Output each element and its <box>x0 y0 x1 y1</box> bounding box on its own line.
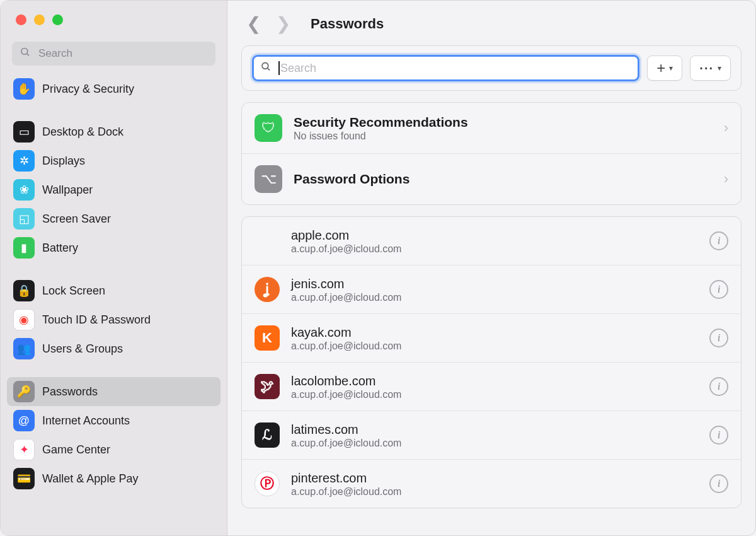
password-entry[interactable]: Kkayak.coma.cup.of.joe@icloud.comi <box>242 313 741 362</box>
sidebar-item-label: Screen Saver <box>42 213 111 226</box>
sidebar-item-label: Touch ID & Password <box>42 313 151 327</box>
sidebar-nav: ✋Privacy & Security▭Desktop & Dock✲Displ… <box>1 74 227 535</box>
sidebar-item-screen-saver[interactable]: ◱Screen Saver <box>7 204 220 233</box>
search-icon <box>20 47 31 61</box>
settings-row-subtitle: No issues found <box>294 131 713 142</box>
sidebar-item-label: Battery <box>42 242 78 255</box>
password-entry[interactable]: apple.coma.cup.of.joe@icloud.comi <box>242 217 741 265</box>
sidebar-item-wallet-apple-pay[interactable]: 💳Wallet & Apple Pay <box>7 464 220 493</box>
info-button[interactable]: i <box>709 426 728 445</box>
info-button[interactable]: i <box>709 377 728 396</box>
sidebar-item-privacy-security[interactable]: ✋Privacy & Security <box>7 74 220 103</box>
settings-card: 🛡Security RecommendationsNo issues found… <box>241 102 742 205</box>
hand-icon: ✋ <box>13 78 35 100</box>
toolbar: ❮ ❯ Passwords <box>227 1 755 42</box>
svg-line-3 <box>267 68 270 71</box>
entry-site: pinterest.com <box>291 470 698 486</box>
add-password-button[interactable]: + ▾ <box>647 55 682 81</box>
entry-username: a.cup.of.joe@icloud.com <box>291 389 698 400</box>
text-caret <box>278 61 280 75</box>
more-options-button[interactable]: ··· ▾ <box>690 55 731 81</box>
passwords-search-input[interactable] <box>252 55 639 81</box>
sidebar-item-wallpaper[interactable]: ❀Wallpaper <box>7 175 220 204</box>
password-entry[interactable]: Ⓟpinterest.coma.cup.of.joe@icloud.comi <box>242 459 741 508</box>
minimize-window-button[interactable] <box>34 15 45 25</box>
password-list: apple.coma.cup.of.joe@icloud.comiʝjenis.… <box>241 216 742 508</box>
password-entry[interactable]: 🕊lacolombe.coma.cup.of.joe@icloud.comi <box>242 362 741 411</box>
desktop-icon: ▭ <box>13 121 35 143</box>
sidebar-item-internet-accounts[interactable]: @Internet Accounts <box>7 406 220 435</box>
close-window-button[interactable] <box>16 15 26 25</box>
sidebar-item-battery[interactable]: ▮Battery <box>7 233 220 262</box>
sidebar: ✋Privacy & Security▭Desktop & Dock✲Displ… <box>1 1 227 535</box>
switches-icon: ⌥ <box>255 165 282 193</box>
info-button[interactable]: i <box>709 280 728 299</box>
chevron-right-icon: › <box>724 171 728 187</box>
entry-username: a.cup.of.joe@icloud.com <box>291 243 698 255</box>
sidebar-item-label: Desktop & Dock <box>42 125 123 139</box>
sidebar-item-label: Displays <box>42 154 85 168</box>
lacolombe-logo-icon: 🕊 <box>255 374 280 399</box>
entry-username: a.cup.of.joe@icloud.com <box>291 438 698 449</box>
sidebar-item-touch-id-password[interactable]: ◉Touch ID & Password <box>7 305 220 334</box>
plus-icon: + <box>656 59 665 77</box>
ellipsis-icon: ··· <box>699 61 714 76</box>
svg-point-0 <box>21 49 28 55</box>
sidebar-item-label: Lock Screen <box>42 284 105 298</box>
pinterest-logo-icon: Ⓟ <box>255 471 280 496</box>
maximize-window-button[interactable] <box>52 15 63 25</box>
search-card: + ▾ ··· ▾ <box>241 45 742 91</box>
entry-username: a.cup.of.joe@icloud.com <box>291 486 698 498</box>
apple-logo-icon <box>255 228 280 253</box>
forward-button[interactable]: ❯ <box>276 13 290 34</box>
shield-check-icon: 🛡 <box>255 114 282 142</box>
content-scroll: + ▾ ··· ▾ 🛡Security RecommendationsNo is… <box>227 42 755 535</box>
wallet-icon: 💳 <box>13 468 35 489</box>
settings-row-title: Password Options <box>294 171 713 187</box>
lock-screen-icon: 🔒 <box>13 280 35 301</box>
entry-site: lacolombe.com <box>291 373 698 389</box>
wallpaper-icon: ❀ <box>13 179 35 201</box>
entry-site: apple.com <box>291 227 698 243</box>
sidebar-search-input[interactable] <box>12 42 215 66</box>
sidebar-item-label: Passwords <box>42 385 98 399</box>
info-button[interactable]: i <box>709 329 728 347</box>
sidebar-item-game-center[interactable]: ✦Game Center <box>7 435 220 464</box>
sidebar-item-label: Wallet & Apple Pay <box>42 472 138 486</box>
svg-point-2 <box>262 63 268 69</box>
chevron-right-icon: › <box>724 120 728 136</box>
gamecenter-icon: ✦ <box>13 439 35 460</box>
users-icon: 👥 <box>13 338 35 359</box>
sidebar-item-lock-screen[interactable]: 🔒Lock Screen <box>7 276 220 305</box>
settings-row-security-recommendations[interactable]: 🛡Security RecommendationsNo issues found… <box>242 103 741 153</box>
entry-username: a.cup.of.joe@icloud.com <box>291 341 698 352</box>
sidebar-item-users-groups[interactable]: 👥Users & Groups <box>7 334 220 363</box>
chevron-down-icon: ▾ <box>718 64 721 73</box>
latimes-logo-icon: ℒ <box>255 422 280 448</box>
password-entry[interactable]: ℒlatimes.coma.cup.of.joe@icloud.comi <box>242 411 741 459</box>
settings-row-title: Security Recommendations <box>294 114 713 131</box>
touchid-icon: ◉ <box>13 309 35 330</box>
window-controls <box>1 1 227 38</box>
sidebar-item-passwords[interactable]: 🔑Passwords <box>7 377 220 406</box>
page-title: Passwords <box>311 16 384 32</box>
entry-username: a.cup.of.joe@icloud.com <box>291 292 698 303</box>
svg-line-1 <box>26 54 29 56</box>
password-entry[interactable]: ʝjenis.coma.cup.of.joe@icloud.comi <box>242 265 741 313</box>
search-icon <box>260 61 272 76</box>
passwords-search <box>252 55 639 81</box>
settings-row-password-options[interactable]: ⌥Password Options› <box>242 153 741 204</box>
sidebar-item-displays[interactable]: ✲Displays <box>7 146 220 175</box>
info-button[interactable]: i <box>709 231 728 250</box>
passwords-icon: 🔑 <box>13 381 35 402</box>
sidebar-item-label: Internet Accounts <box>42 414 130 428</box>
sidebar-item-desktop-dock[interactable]: ▭Desktop & Dock <box>7 117 220 146</box>
back-button[interactable]: ❮ <box>246 13 261 34</box>
screensaver-icon: ◱ <box>13 208 35 230</box>
jenis-logo-icon: ʝ <box>255 277 280 302</box>
at-icon: @ <box>13 410 35 431</box>
displays-icon: ✲ <box>13 150 35 172</box>
main-pane: ❮ ❯ Passwords + ▾ ··· ▾ <box>227 1 755 535</box>
entry-site: kayak.com <box>291 324 698 341</box>
info-button[interactable]: i <box>709 474 728 493</box>
